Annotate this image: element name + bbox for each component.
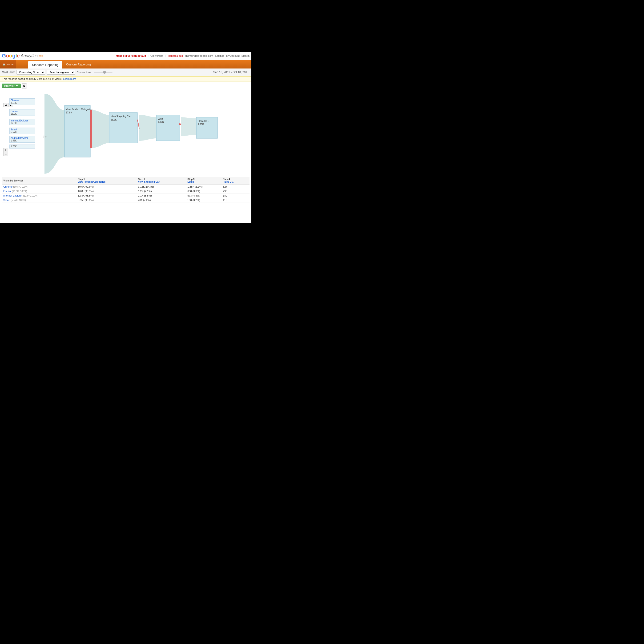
ga-logo: Google Analytics beta: [2, 53, 43, 59]
report-bug-link[interactable]: Report a bug: [168, 54, 183, 57]
sign-in-link[interactable]: Sign In: [241, 54, 250, 57]
ie-link[interactable]: Internet Explorer: [3, 194, 22, 197]
cell-browser-ie: Internet Explorer (12.9K, 100%): [2, 193, 76, 198]
col-step4-header: Step 4 Place Or...: [221, 177, 250, 184]
nav-account[interactable]: 🏠 Home: [0, 60, 16, 68]
flow-ribbon-1-2: [92, 110, 109, 148]
cell-browser-chrome: Chrome (30.8K, 100%): [2, 184, 76, 189]
step1-label: View Produc...Categories: [66, 108, 93, 111]
cell-firefox-step4: 290: [221, 189, 250, 193]
cell-firefox-step2: 1.2K (7.1%): [137, 189, 186, 193]
step2-label: View Shopping Cart: [111, 115, 131, 118]
table-row: Firefox (16.9K, 100%) 16.8K(99.5%) 1.2K …: [2, 189, 250, 193]
col-step1-header: Step 1 View Product Categories: [76, 177, 137, 184]
cursor-icon: ☞: [43, 134, 47, 139]
cell-chrome-step4: 827: [221, 184, 250, 189]
alert-text: This report is based on 8.93K visits (12…: [2, 77, 62, 80]
settings-link[interactable]: Settings: [215, 54, 224, 57]
cell-safari-step1: 5.55K(99.6%): [76, 198, 137, 202]
step1-dropout-bar: [90, 110, 92, 148]
home-icon: 🏠: [2, 63, 6, 66]
table-row: Internet Explorer (12.9K, 100%) 12.8K(98…: [2, 193, 250, 198]
nav-tabs-bar: 🏠 Home Standard Reporting Custom Reporti…: [0, 60, 251, 68]
visits-by-browser-table: Visits by Browser Step 1 View Product Ca…: [2, 177, 250, 202]
cell-safari-step4: 110: [221, 198, 250, 202]
flow-ribbon-2-3: [139, 115, 156, 141]
goal-flow-label: Goal Flow: [2, 71, 15, 74]
step3-value: 3.83K: [158, 121, 164, 123]
chevron-down-icon: ▼: [16, 84, 18, 88]
user-email: philmsings@google.com: [185, 54, 213, 57]
top-links: Make old version default | Old version |…: [116, 54, 250, 57]
step2-value: 13.2K: [111, 118, 117, 121]
step3-label: Login: [158, 117, 163, 120]
my-account-link[interactable]: My Account: [226, 54, 240, 57]
chrome-link[interactable]: Chrome: [3, 185, 12, 188]
cell-browser-firefox: Firefox (16.9K, 100%): [2, 189, 76, 193]
cell-browser-safari: Safari (5.57K, 100%): [2, 198, 76, 202]
cell-ie-step4: 180: [221, 193, 250, 198]
cell-safari-step3: 180 (3.2%): [186, 198, 221, 202]
make-default-link[interactable]: Make old version default: [116, 54, 146, 57]
step4-label: Place Or...: [198, 120, 209, 122]
flow-chart-container: ◀ ▶ + − Chrome 30.8K Firefox 16.9K Inter…: [2, 91, 250, 176]
col-step3-header: Step 3 Login: [186, 177, 221, 184]
col-step2-header: Step 2 View Shopping Cart: [137, 177, 186, 184]
cell-firefox-step3: 638 (3.8%): [186, 189, 221, 193]
cell-chrome-step2: 3.15K(10.3%): [137, 184, 186, 189]
col-browser-header: Visits by Browser: [2, 177, 76, 184]
slider-thumb: [103, 71, 106, 74]
table-header-row: Visits by Browser Step 1 View Product Ca…: [2, 177, 250, 184]
beta-badge: beta: [39, 55, 43, 57]
step3-dropout-dot: [179, 123, 181, 125]
table-row: Chrome (30.8K, 100%) 30.5K(99.6%) 3.15K(…: [2, 184, 250, 189]
completing-order-dropdown[interactable]: Completing Order: [16, 70, 45, 75]
cell-ie-step3: 573 (4.4%): [186, 193, 221, 198]
cell-firefox-step1: 16.8K(99.5%): [76, 189, 137, 193]
top-decorative-area: [0, 0, 251, 52]
cell-ie-step1: 12.8K(98.8%): [76, 193, 137, 198]
tab-standard-reporting[interactable]: Standard Reporting: [28, 61, 62, 68]
learn-more-link[interactable]: Learn more: [63, 77, 76, 80]
cell-chrome-step1: 30.5K(99.6%): [76, 184, 137, 189]
tab-custom-reporting[interactable]: Custom Reporting: [62, 60, 95, 68]
main-content: Browser ▼ ⚙ ◀ ▶ + − Chrome 30.8K: [0, 81, 251, 223]
cell-chrome-step3: 1.88K (6.1%): [186, 184, 221, 189]
gear-icon: ⚙: [23, 84, 25, 88]
cell-ie-step2: 1.1K (8.5%): [137, 193, 186, 198]
connections-label: Connections:: [77, 71, 92, 74]
flow-ribbon-3-4: [181, 117, 196, 136]
flow-svg: View Produc...Categories 77.8K View Shop…: [2, 91, 250, 176]
table-row: Safari (5.57K, 100%) 5.55K(99.6%) 401 (7…: [2, 198, 250, 202]
sub-nav-left: Goal Flow Completing Order Select a segm…: [2, 70, 113, 75]
google-wordmark: Google: [2, 53, 20, 59]
segment-dropdown[interactable]: Select a segment: [47, 70, 75, 75]
ga-header: Google Analytics beta Make old version d…: [0, 52, 251, 60]
date-range: Sep 18, 2011 - Oct 18, 201...: [213, 71, 250, 74]
flow-settings-button[interactable]: ⚙: [22, 83, 27, 89]
analytics-wordmark: Analytics: [21, 53, 38, 58]
browser-dropdown-button[interactable]: Browser ▼: [2, 84, 21, 88]
browser-filter-row: Browser ▼ ⚙: [2, 83, 27, 89]
sub-nav: Goal Flow Completing Order Select a segm…: [0, 68, 251, 76]
step1-value: 77.8K: [66, 111, 72, 114]
step4-value: 1.83K: [198, 123, 204, 126]
nav-account-label: Home: [7, 63, 13, 66]
cell-safari-step2: 401 (7.2%): [137, 198, 186, 202]
alert-bar: This report is based on 8.93K visits (12…: [0, 76, 251, 81]
safari-link[interactable]: Safari: [3, 199, 10, 201]
flow-ribbon-main: [44, 94, 64, 174]
step2-dropout-line: [137, 120, 139, 129]
old-version-link[interactable]: Old version: [150, 54, 164, 57]
firefox-link[interactable]: Firefox: [3, 190, 11, 193]
connections-slider[interactable]: [94, 72, 113, 73]
